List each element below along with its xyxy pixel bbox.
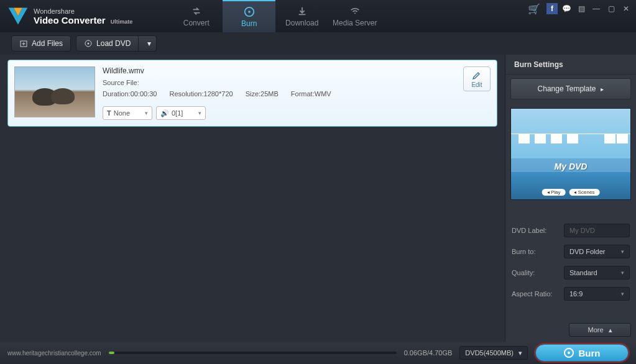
convert-icon — [191, 6, 202, 17]
format-label: Format: — [291, 90, 315, 98]
feedback-icon[interactable]: 💬 — [560, 2, 573, 15]
tab-burn[interactable]: Burn — [223, 0, 275, 32]
tab-media-server[interactable]: Media Server — [328, 0, 381, 32]
more-label: More — [588, 326, 603, 334]
chevron-down-icon: ▾ — [198, 110, 201, 116]
resolution-label: Resolution: — [169, 90, 203, 98]
disc-icon — [564, 348, 574, 358]
tab-media-server-label: Media Server — [333, 19, 377, 27]
audio-value: 0[1] — [172, 109, 198, 117]
toolbar: Add Files Load DVD ▾ — [0, 32, 636, 55]
add-files-button[interactable]: Add Files — [11, 35, 71, 52]
side-panel: Burn Settings Change Template ▸ My DVD ◂… — [505, 55, 636, 342]
duration-value: 00:00:30 — [131, 90, 157, 98]
aspect-ratio-label: Aspect Ratio: — [512, 290, 559, 298]
edit-label: Edit — [471, 81, 482, 88]
edit-button[interactable]: Edit — [463, 66, 491, 91]
load-dvd-button[interactable]: Load DVD ▾ — [76, 35, 157, 52]
statusbar: www.heritagechristiancollege.com 0.06GB/… — [0, 342, 636, 364]
dvd-preview-title: My DVD — [555, 162, 588, 171]
burn-icon — [244, 6, 255, 17]
facebook-icon[interactable]: f — [546, 3, 558, 14]
audio-select[interactable]: 🔊 0[1] ▾ — [156, 106, 206, 120]
maximize-button[interactable]: ▢ — [605, 2, 617, 15]
tab-convert[interactable]: Convert — [170, 0, 223, 32]
preview-play-label: ◂ Play — [542, 189, 566, 196]
titlebar: Wondershare Video Converter Ultimate Con… — [0, 0, 636, 32]
menu-icon[interactable]: ▤ — [575, 2, 588, 15]
tab-burn-label: Burn — [241, 19, 257, 28]
tab-download[interactable]: Download — [275, 0, 328, 32]
chevron-up-icon: ▴ — [609, 326, 612, 334]
load-dvd-label: Load DVD — [96, 39, 131, 48]
file-name: Wildlife.wmv — [103, 66, 456, 75]
disc-usage-text: 0.06GB/4.70GB — [404, 349, 453, 357]
file-card[interactable]: Wildlife.wmv Source File: Duration:00:00… — [7, 60, 497, 127]
edit-icon — [472, 70, 482, 80]
preview-scenes-label: ◂ Scenes — [569, 189, 599, 196]
duration-label: Duration: — [103, 90, 131, 98]
burn-to-select[interactable]: DVD Folder▾ — [564, 245, 630, 258]
window-controls: 🛒 f 💬 ▤ — ▢ ✕ — [528, 2, 632, 15]
status-url: www.heritagechristiancollege.com — [7, 350, 101, 357]
brand-text: Wondershare Video Converter Ultimate — [34, 7, 132, 25]
dvd-template-preview[interactable]: My DVD ◂ Play ◂ Scenes — [510, 108, 631, 200]
resolution-value: 1280*720 — [204, 90, 233, 98]
chevron-down-icon: ▾ — [621, 291, 624, 297]
quality-label: Quality: — [512, 269, 559, 276]
burn-button-label: Burn — [579, 348, 601, 358]
chevron-down-icon: ▾ — [145, 110, 148, 116]
download-icon — [297, 6, 308, 17]
brand-company: Wondershare — [34, 7, 132, 15]
source-file-label: Source File: — [103, 79, 139, 86]
dvd-label-label: DVD Label: — [512, 227, 559, 234]
settings-grid: DVD Label: My DVD Burn to: DVD Folder▾ Q… — [505, 217, 636, 307]
speaker-icon: 🔊 — [160, 109, 169, 117]
text-icon: T — [107, 109, 111, 117]
logo: Wondershare Video Converter Ultimate — [0, 6, 132, 27]
chevron-down-icon: ▾ — [518, 349, 522, 357]
aspect-ratio-select[interactable]: 16:9▾ — [564, 287, 630, 301]
tab-download-label: Download — [285, 19, 318, 27]
subtitle-value: None — [114, 109, 145, 117]
close-button[interactable]: ✕ — [620, 2, 632, 15]
main-panel: Wildlife.wmv Source File: Duration:00:00… — [0, 55, 505, 342]
load-dvd-dropdown[interactable]: ▾ — [142, 36, 156, 51]
size-value: 25MB — [260, 90, 279, 98]
disc-usage-bar — [109, 352, 397, 354]
chevron-down-icon: ▾ — [621, 248, 624, 255]
add-files-label: Add Files — [32, 39, 63, 48]
brand-product: Video Converter — [34, 15, 106, 25]
change-template-label: Change Template — [538, 84, 596, 93]
chevron-right-icon: ▸ — [601, 86, 604, 93]
file-info: Wildlife.wmv Source File: Duration:00:00… — [103, 66, 456, 120]
wifi-icon — [349, 6, 361, 17]
tab-convert-label: Convert — [183, 19, 210, 27]
chevron-down-icon: ▾ — [621, 270, 624, 276]
svg-point-1 — [248, 11, 251, 13]
add-files-icon — [19, 39, 28, 48]
cart-icon[interactable]: 🛒 — [528, 2, 540, 15]
main-tabs: Convert Burn Download Media Server — [170, 0, 381, 32]
burn-to-label: Burn to: — [512, 248, 559, 255]
format-value: WMV — [315, 90, 331, 98]
load-dvd-icon — [84, 39, 93, 48]
quality-select[interactable]: Standard▾ — [564, 266, 630, 280]
file-thumbnail[interactable] — [14, 66, 95, 117]
burn-button[interactable]: Burn — [535, 344, 629, 362]
disc-type-select[interactable]: DVD5(4500MB) ▾ — [459, 346, 528, 360]
logo-icon — [7, 6, 29, 27]
content-area: Wildlife.wmv Source File: Duration:00:00… — [0, 55, 636, 342]
minimize-button[interactable]: — — [590, 2, 602, 15]
more-button[interactable]: More ▴ — [569, 323, 631, 337]
change-template-button[interactable]: Change Template ▸ — [510, 78, 631, 99]
subtitle-select[interactable]: T None ▾ — [103, 106, 152, 120]
svg-point-4 — [88, 43, 90, 45]
size-label: Size: — [246, 90, 260, 98]
dvd-label-input[interactable]: My DVD — [564, 224, 630, 237]
burn-settings-header: Burn Settings — [505, 55, 636, 75]
brand-edition: Ultimate — [111, 19, 133, 25]
